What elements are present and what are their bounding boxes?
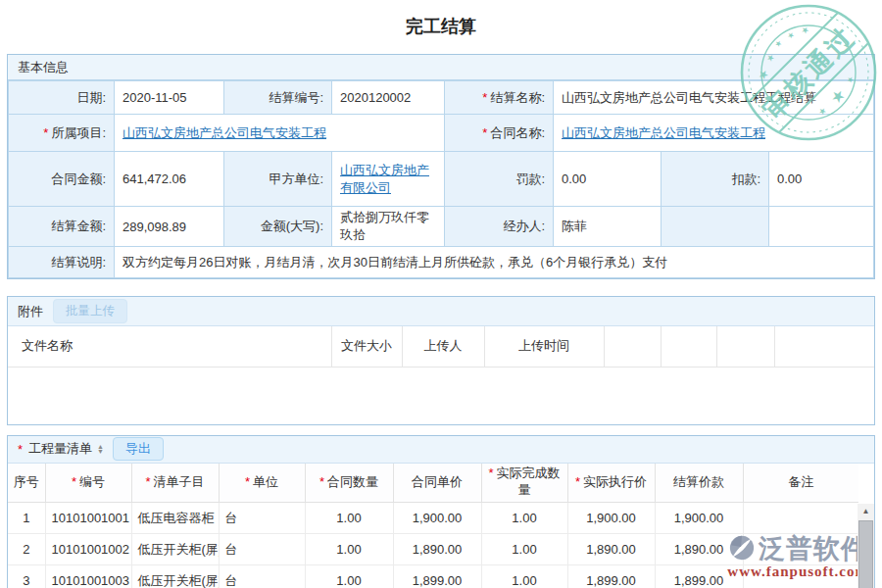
col-contract-qty-label: 合同数量 bbox=[327, 474, 378, 489]
attachment-col-empty bbox=[604, 326, 661, 367]
cell-contract-price: 1,900.00 bbox=[393, 503, 481, 534]
note-value: 双方约定每月26日对账，月结月清，次月30日前结清上月所供砼款，承兑（6个月银行… bbox=[115, 247, 874, 278]
deduction-value: 0.00 bbox=[769, 152, 874, 207]
contract-name-link[interactable]: 山西弘文房地产总公司电气安装工程 bbox=[562, 125, 765, 140]
empty-label-cell bbox=[662, 207, 769, 247]
settlement-amount-label: 结算金额: bbox=[9, 207, 115, 247]
penalty-value: 0.00 bbox=[554, 152, 662, 207]
col-contract-qty: *合同数量 bbox=[305, 464, 393, 503]
cell-contract-qty: 1.00 bbox=[305, 534, 393, 565]
vertical-scrollbar[interactable]: ▲ bbox=[858, 504, 874, 588]
deduction-label: 扣款: bbox=[662, 152, 769, 207]
cell-item: 低压开关柜(屏) bbox=[131, 534, 219, 565]
sort-desc-icon: ▼ bbox=[97, 449, 104, 454]
attachment-col-empty bbox=[716, 326, 774, 367]
attachments-header: 附件 批量上传 bbox=[8, 297, 874, 326]
boq-title: 工程量清单 bbox=[28, 440, 92, 458]
project-label-text: 所属项目: bbox=[51, 125, 106, 140]
attachment-col-uploadtime: 上传时间 bbox=[484, 326, 604, 367]
scrollbar-thumb[interactable] bbox=[858, 520, 873, 588]
handler-value: 陈菲 bbox=[554, 207, 662, 247]
required-marker: * bbox=[488, 466, 493, 480]
cell-actual-qty: 1.00 bbox=[481, 565, 567, 588]
cell-actual-qty: 1.00 bbox=[481, 503, 567, 534]
date-value: 2020-11-05 bbox=[115, 81, 224, 115]
basic-info-table: 日期: 2020-11-05 结算编号: 2020120002 *结算名称: 山… bbox=[8, 80, 874, 278]
cell-item: 低压开关柜(屏) bbox=[131, 565, 219, 588]
cell-actual-price: 1,899.00 bbox=[567, 565, 655, 588]
cell-index: 3 bbox=[8, 565, 45, 588]
required-marker: * bbox=[482, 90, 487, 105]
col-item: *清单子目 bbox=[131, 464, 219, 503]
col-code: *编号 bbox=[45, 464, 131, 503]
export-button[interactable]: 导出 bbox=[113, 437, 164, 461]
col-unit-label: 单位 bbox=[253, 474, 278, 489]
cell-remark bbox=[743, 503, 858, 534]
party-a-link[interactable]: 山西弘文房地产有限公司 bbox=[340, 163, 429, 195]
handler-label: 经办人: bbox=[445, 207, 554, 247]
contract-amount-value: 641,472.06 bbox=[115, 152, 224, 207]
cell-settlement-price: 1,900.00 bbox=[655, 503, 743, 534]
watermark-url: www.fanpusoft.com bbox=[727, 564, 868, 580]
settlement-name-value: 山西弘文房地产总公司电气安装工程工程结算 bbox=[554, 81, 874, 115]
col-actual-price: *实际执行价 bbox=[567, 464, 655, 503]
contract-name-label-text: 合同名称: bbox=[490, 125, 545, 140]
required-marker: * bbox=[72, 474, 76, 489]
party-a-label: 甲方单位: bbox=[224, 152, 332, 207]
required-marker: * bbox=[145, 474, 150, 489]
required-marker: * bbox=[43, 125, 48, 140]
settlement-amount-value: 289,098.89 bbox=[115, 207, 224, 247]
required-marker: * bbox=[482, 125, 487, 140]
col-code-label: 编号 bbox=[79, 474, 105, 489]
batch-upload-button[interactable]: 批量上传 bbox=[53, 299, 127, 323]
col-actual-qty-label: 实际完成数量 bbox=[497, 466, 561, 497]
cell-contract-qty: 1.00 bbox=[305, 503, 393, 534]
cell-unit: 台 bbox=[219, 534, 305, 565]
party-a-value: 山西弘文房地产有限公司 bbox=[332, 152, 445, 207]
contract-name-value: 山西弘文房地产总公司电气安装工程 bbox=[554, 115, 874, 152]
required-marker: * bbox=[18, 442, 23, 457]
attachment-col-uploader: 上传人 bbox=[402, 326, 484, 367]
scroll-up-icon[interactable]: ▲ bbox=[858, 504, 874, 519]
watermark-brand: 泛普软件 bbox=[759, 531, 868, 566]
sort-icon[interactable]: ▲ ▼ bbox=[97, 444, 104, 454]
vendor-watermark: 泛普软件 www.fanpusoft.com bbox=[727, 531, 868, 580]
settlement-name-label-text: 结算名称: bbox=[490, 90, 545, 105]
attachments-title: 附件 bbox=[18, 303, 43, 320]
cell-index: 2 bbox=[8, 534, 45, 565]
required-marker: * bbox=[319, 474, 324, 489]
attachments-table: 文件名称 文件大小 上传人 上传时间 bbox=[8, 326, 874, 368]
col-item-label: 清单子目 bbox=[154, 474, 205, 489]
project-link[interactable]: 山西弘文房地产总公司电气安装工程 bbox=[122, 125, 326, 140]
attachments-section: 附件 批量上传 文件名称 文件大小 上传人 上传时间 bbox=[7, 296, 875, 425]
attachment-col-empty bbox=[661, 326, 716, 367]
cell-contract-price: 1,899.00 bbox=[393, 565, 481, 588]
required-marker: * bbox=[245, 474, 250, 489]
settlement-no-value: 2020120002 bbox=[332, 81, 445, 115]
empty-value-cell bbox=[769, 207, 874, 247]
penalty-label: 罚款: bbox=[445, 152, 554, 207]
basic-info-section: 基本信息 日期: 2020-11-05 结算编号: 2020120002 *结算… bbox=[7, 54, 875, 279]
col-actual-price-label: 实际执行价 bbox=[583, 474, 647, 489]
col-index: 序号 bbox=[8, 464, 45, 503]
project-label: *所属项目: bbox=[9, 115, 115, 152]
attachments-empty-body bbox=[8, 368, 874, 424]
attachment-col-filename: 文件名称 bbox=[8, 326, 331, 367]
boq-row: 1 10101001001 低压电容器柜 台 1.00 1,900.00 1.0… bbox=[8, 503, 858, 534]
col-remark: 备注 bbox=[743, 464, 858, 503]
basic-info-title: 基本信息 bbox=[18, 59, 69, 76]
attachment-col-empty bbox=[774, 326, 874, 367]
star-icon: ★ bbox=[773, 38, 784, 49]
settlement-no-label: 结算编号: bbox=[224, 81, 332, 115]
amount-in-words-label: 金额(大写): bbox=[224, 207, 332, 247]
page-title: 完工结算 bbox=[0, 15, 882, 38]
amount-in-words-value: 贰拾捌万玖仟零玖拾 bbox=[332, 207, 445, 247]
contract-name-label: *合同名称: bbox=[445, 115, 554, 152]
cell-actual-price: 1,900.00 bbox=[567, 503, 655, 534]
cell-actual-qty: 1.00 bbox=[481, 534, 567, 565]
cell-code: 10101001002 bbox=[45, 534, 131, 565]
contract-amount-label: 合同金额: bbox=[9, 152, 115, 207]
boq-header: * 工程量清单 ▲ ▼ 导出 bbox=[8, 436, 874, 464]
basic-info-header: 基本信息 bbox=[8, 55, 874, 80]
col-unit: *单位 bbox=[219, 464, 305, 503]
